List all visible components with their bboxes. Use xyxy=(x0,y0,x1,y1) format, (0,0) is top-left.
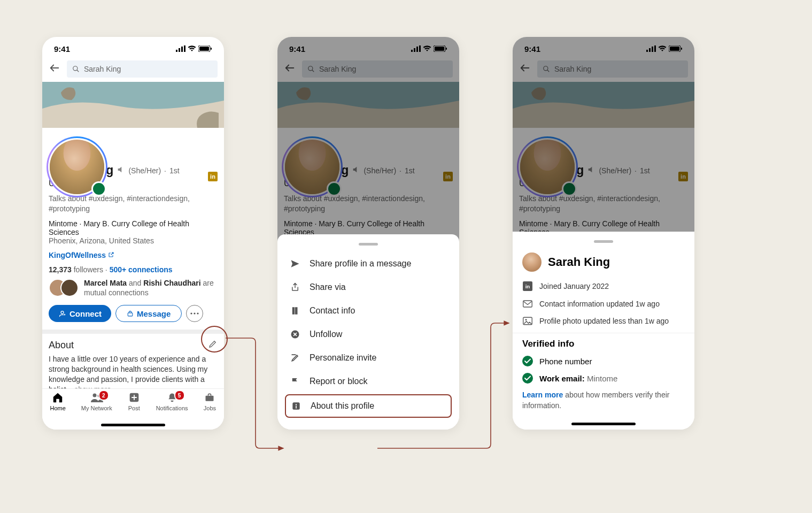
svg-rect-46 xyxy=(523,301,532,307)
menu-about-profile[interactable]: About this profile xyxy=(285,394,452,418)
nav-jobs[interactable]: Jobs xyxy=(203,391,216,430)
svg-line-8 xyxy=(77,70,79,72)
close-circle-icon xyxy=(289,329,301,340)
menu-contact-info[interactable]: Contact info xyxy=(277,299,459,323)
svg-rect-33 xyxy=(296,406,297,409)
about-heading: About xyxy=(49,340,74,351)
sheet-handle[interactable] xyxy=(359,243,378,246)
sheet-name: Sarah King xyxy=(548,255,610,269)
home-icon xyxy=(51,391,64,404)
plus-icon xyxy=(128,391,141,404)
cellular-icon xyxy=(176,45,185,52)
connection-degree: 1st xyxy=(169,166,180,175)
flag-icon xyxy=(289,376,301,387)
message-button[interactable]: Message xyxy=(115,305,182,322)
phone-screen-profile: 9:41 Sarah King in Sarah King (She/Her) … xyxy=(42,37,224,430)
svg-point-32 xyxy=(296,404,297,405)
svg-point-48 xyxy=(525,319,527,320)
envelope-icon xyxy=(522,300,533,308)
presence-dot xyxy=(91,181,106,196)
info-icon xyxy=(290,401,302,411)
verified-work-email: Work email: Mintome xyxy=(522,370,685,387)
joined-row: inJoined January 2022 xyxy=(522,277,685,295)
briefcase-icon xyxy=(203,391,216,404)
svg-point-14 xyxy=(92,394,96,397)
phone-screen-about: 9:41 Sarah King in Sarah King(She/Her)·1… xyxy=(513,37,694,430)
send-icon xyxy=(289,258,301,269)
sheet-handle[interactable] xyxy=(594,240,613,243)
back-arrow-icon[interactable] xyxy=(49,62,61,76)
check-icon xyxy=(522,356,533,366)
svg-rect-17 xyxy=(206,396,214,401)
action-sheet: Share profile in a message Share via Con… xyxy=(277,234,459,430)
connect-button[interactable]: Connect xyxy=(49,305,111,322)
learn-more-link[interactable]: Learn more xyxy=(522,391,563,399)
cover-photo[interactable] xyxy=(42,82,224,128)
svg-rect-3 xyxy=(184,45,185,52)
menu-share-message[interactable]: Share profile in a message xyxy=(277,252,459,275)
linkedin-icon: in xyxy=(522,281,533,291)
edit-icon[interactable] xyxy=(208,339,218,351)
svg-rect-28 xyxy=(292,307,295,315)
search-input[interactable]: Sarah King xyxy=(67,60,218,78)
mutual-connections[interactable]: Marcel Mata and Rishi Chaudhari are mutu… xyxy=(49,278,218,297)
battery-icon xyxy=(198,45,212,52)
share-icon xyxy=(289,282,301,293)
svg-point-7 xyxy=(73,66,78,71)
svg-rect-0 xyxy=(176,50,177,52)
contact-updated-row: Contact information updated 1w ago xyxy=(522,295,685,312)
status-bar: 9:41 xyxy=(42,37,224,60)
menu-report[interactable]: Report or block xyxy=(277,370,459,393)
svg-point-13 xyxy=(197,313,199,315)
book-icon xyxy=(289,305,301,316)
menu-unfollow[interactable]: Unfollow xyxy=(277,323,459,346)
linkedin-badge-icon: in xyxy=(208,172,218,181)
search-header: Sarah King xyxy=(42,60,224,82)
svg-rect-10 xyxy=(128,313,133,316)
profile-header: in Sarah King (She/Her) · 1st UX Designe… xyxy=(42,163,224,404)
wifi-icon xyxy=(188,45,196,52)
home-indicator xyxy=(101,424,165,426)
svg-point-11 xyxy=(191,313,192,315)
notif-badge: 5 xyxy=(174,390,185,401)
website-link[interactable]: KingOfWellness xyxy=(49,250,218,260)
location: Phoenix, Arizona, United States xyxy=(49,236,218,245)
external-link-icon xyxy=(108,251,114,259)
phone-screen-menu: 9:41 Sarah King in Sarah King(She/Her)·1… xyxy=(277,37,459,430)
network-badge: 2 xyxy=(98,390,109,401)
mutual-avatar xyxy=(60,279,79,297)
avatar-small xyxy=(522,252,542,272)
learn-more-text: Learn more about how members verify thei… xyxy=(522,390,685,411)
image-icon xyxy=(522,317,533,325)
svg-rect-6 xyxy=(211,48,212,50)
degree-sep: · xyxy=(164,166,166,175)
menu-share-via[interactable]: Share via xyxy=(277,275,459,299)
connections-link[interactable]: 500+ connections xyxy=(110,265,173,274)
photo-updated-row: Profile photo updated less than 1w ago xyxy=(522,312,685,330)
svg-point-12 xyxy=(194,313,196,315)
status-time: 9:41 xyxy=(54,44,70,53)
speaker-icon[interactable] xyxy=(117,165,125,176)
verified-heading: Verified info xyxy=(522,339,685,349)
svg-rect-29 xyxy=(295,307,298,315)
follower-stats: 12,373 followers · 500+ connections xyxy=(49,265,218,274)
affiliation: Mintome · Mary B. Curry College of Healt… xyxy=(49,219,218,236)
nav-home[interactable]: Home xyxy=(50,391,65,430)
more-button[interactable] xyxy=(186,305,203,322)
search-text: Sarah King xyxy=(84,65,121,73)
menu-personalize[interactable]: Personalize invite xyxy=(277,346,459,370)
svg-rect-1 xyxy=(179,48,180,52)
avatar-ring[interactable] xyxy=(47,136,107,197)
check-icon xyxy=(522,373,533,384)
compose-icon xyxy=(289,353,301,363)
svg-rect-5 xyxy=(199,47,209,51)
search-icon xyxy=(72,65,80,73)
svg-rect-2 xyxy=(181,47,183,52)
svg-text:in: in xyxy=(525,284,530,289)
pronouns: (She/Her) xyxy=(128,166,161,175)
verified-phone: Phone number xyxy=(522,353,685,370)
about-profile-sheet: Sarah King inJoined January 2022 Contact… xyxy=(513,232,694,430)
